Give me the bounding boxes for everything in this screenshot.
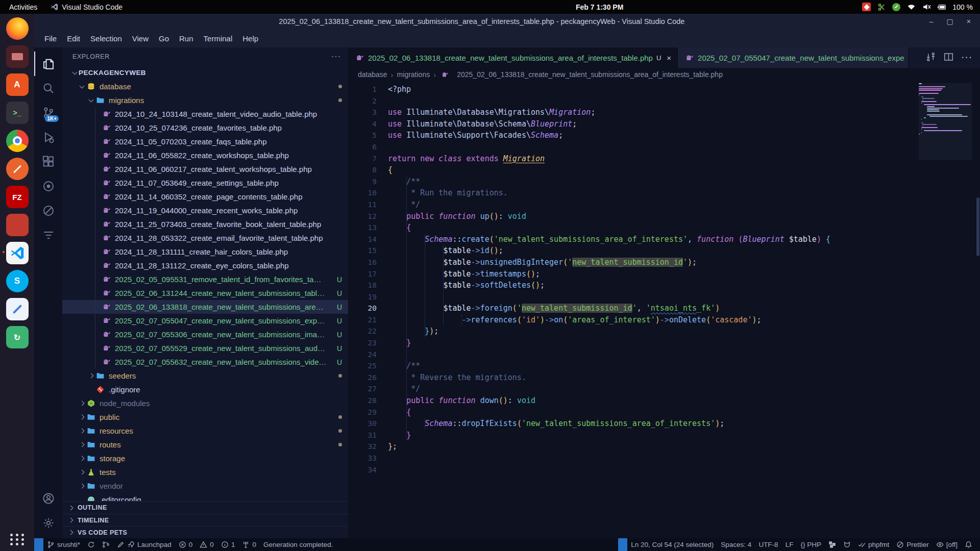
- section-vs-code-pets[interactable]: VS CODE PETS: [62, 526, 348, 538]
- encoding[interactable]: UTF-8: [755, 538, 781, 551]
- tree-item[interactable]: 2024_11_05_070203_create_faqs_table.php: [62, 135, 348, 148]
- explorer-more-actions[interactable]: ···: [331, 52, 341, 61]
- tree-item[interactable]: 2025_02_07_055632_create_new_talent_subm…: [62, 355, 348, 369]
- vscode-pets[interactable]: [840, 538, 854, 551]
- menu-edit[interactable]: Edit: [62, 32, 85, 45]
- tree-item[interactable]: seeders: [62, 369, 348, 383]
- maximize-button[interactable]: ▢: [947, 17, 953, 26]
- tree-item[interactable]: 2024_10_24_103148_create_talent_video_au…: [62, 107, 348, 121]
- tree-item[interactable]: 2025_02_07_055529_create_new_talent_subm…: [62, 341, 348, 355]
- warnings[interactable]: 0: [196, 538, 217, 551]
- tree-item[interactable]: 2024_11_28_131122_create_eye_colors_tabl…: [62, 259, 348, 272]
- tree-item[interactable]: public: [62, 410, 348, 424]
- tree-item[interactable]: .gitignore: [62, 383, 348, 396]
- tree-item[interactable]: 2024_10_25_074236_create_favorites_table…: [62, 121, 348, 135]
- tree-item[interactable]: .editorconfig: [62, 493, 348, 501]
- tree-item[interactable]: 2025_02_05_095531_remove_talent_id_from_…: [62, 272, 348, 286]
- menu-terminal[interactable]: Terminal: [199, 32, 238, 45]
- menu-run[interactable]: Run: [174, 32, 199, 45]
- screencast[interactable]: [off]: [933, 538, 961, 551]
- code-editor[interactable]: 1<?php23use Illuminate\Database\Migratio…: [348, 81, 980, 538]
- terminal-icon[interactable]: >_: [5, 101, 30, 125]
- red-app-icon[interactable]: [5, 213, 30, 237]
- section-outline[interactable]: OUTLINE: [62, 502, 348, 514]
- activities-button[interactable]: Activities: [9, 3, 37, 11]
- more-actions-icon[interactable]: ···: [962, 53, 973, 62]
- menu-help[interactable]: Help: [237, 32, 263, 45]
- scrollbar-thumb[interactable]: [976, 197, 979, 256]
- green-app-icon[interactable]: ↻: [5, 325, 30, 349]
- titlebar[interactable]: 2025_02_06_133818_create_new_talent_subm…: [34, 14, 980, 29]
- screen-recorder-icon[interactable]: [862, 3, 871, 11]
- indentation[interactable]: Spaces: 4: [717, 538, 755, 551]
- focused-app-indicator[interactable]: Visual Studio Code: [51, 3, 122, 11]
- settings-icon[interactable]: [34, 511, 62, 535]
- ports[interactable]: 0: [238, 538, 260, 551]
- tree-item[interactable]: database: [62, 80, 348, 93]
- close-button[interactable]: ×: [967, 17, 971, 26]
- tree-item[interactable]: storage: [62, 452, 348, 465]
- tree-item[interactable]: 2024_11_06_060217_create_talent_workshop…: [62, 162, 348, 176]
- tree-item[interactable]: 2024_11_19_044000_create_recent_works_ta…: [62, 204, 348, 217]
- battery-icon[interactable]: [937, 3, 946, 12]
- tab[interactable]: 2025_02_06_133818_create_new_talent_subm…: [348, 47, 678, 68]
- tree-item[interactable]: nnode_modules: [62, 396, 348, 410]
- phpfmt[interactable]: phpfmt: [854, 538, 893, 551]
- breadcrumb-item[interactable]: database: [358, 70, 387, 79]
- tree-item[interactable]: 2024_11_06_055822_create_workshops_table…: [62, 148, 348, 162]
- errors[interactable]: 0: [175, 538, 197, 551]
- source-control-icon[interactable]: 1K+: [34, 101, 62, 125]
- git-graph[interactable]: [99, 538, 113, 551]
- tree-item[interactable]: 2025_02_07_055047_create_new_talent_subm…: [62, 314, 348, 328]
- tree-item[interactable]: resources: [62, 424, 348, 438]
- database-icon[interactable]: [34, 198, 62, 223]
- tree-item[interactable]: routes: [62, 438, 348, 452]
- draw-app-icon[interactable]: [5, 297, 30, 321]
- extensions-icon[interactable]: [34, 149, 62, 174]
- network-icon[interactable]: [906, 3, 916, 12]
- menu-file[interactable]: File: [39, 32, 62, 45]
- files-app-icon[interactable]: [5, 44, 30, 69]
- prettier[interactable]: Prettier: [893, 538, 933, 551]
- tree-item[interactable]: 2024_11_28_053322_create_email_favorite_…: [62, 231, 348, 245]
- split-editor-icon[interactable]: [944, 52, 953, 64]
- chrome-icon[interactable]: [5, 129, 30, 153]
- remote[interactable]: [34, 538, 43, 551]
- generation-status[interactable]: Generation completed.: [260, 538, 337, 551]
- tree-item[interactable]: migrations: [62, 93, 348, 107]
- menu-go[interactable]: Go: [154, 32, 174, 45]
- notifications[interactable]: [961, 538, 976, 551]
- launchpad[interactable]: Launchpad: [113, 538, 175, 551]
- live-share-icon[interactable]: [34, 174, 62, 198]
- volume-muted-icon[interactable]: [922, 3, 931, 12]
- vscode-icon[interactable]: [5, 241, 30, 265]
- search-icon[interactable]: [34, 76, 62, 101]
- annotator-app-icon[interactable]: [5, 157, 30, 181]
- tree-item[interactable]: 2024_11_14_060352_create_page_contents_t…: [62, 190, 348, 204]
- run-debug-icon[interactable]: [34, 125, 62, 149]
- menu-view[interactable]: View: [127, 32, 154, 45]
- blocks-ext[interactable]: [825, 538, 840, 551]
- status-ok-icon[interactable]: ✓: [892, 3, 900, 11]
- tree-item[interactable]: 2025_02_06_133818_create_new_talent_subm…: [62, 300, 348, 314]
- explorer-icon[interactable]: [34, 52, 62, 76]
- minimize-button[interactable]: –: [929, 17, 934, 26]
- tree-item[interactable]: 2025_02_06_131244_create_new_talent_subm…: [62, 286, 348, 300]
- cursor-position[interactable]: Ln 20, Col 54 (24 selected): [627, 538, 717, 551]
- skype-icon[interactable]: S: [5, 269, 30, 293]
- filter-icon[interactable]: [34, 223, 62, 247]
- accounts-icon[interactable]: [34, 486, 62, 511]
- section-timeline[interactable]: TIMELINE: [62, 514, 348, 526]
- show-applications-icon[interactable]: [10, 532, 25, 547]
- git-sync[interactable]: [84, 538, 99, 551]
- breadcrumb-item[interactable]: migrations: [397, 70, 430, 79]
- zoom-indicator[interactable]: [618, 538, 627, 551]
- tree-item[interactable]: 2024_11_28_131111_create_hair_colors_tab…: [62, 245, 348, 259]
- tree-item[interactable]: 2024_11_07_053649_create_settings_table.…: [62, 176, 348, 190]
- eol[interactable]: LF: [782, 538, 797, 551]
- minimap[interactable]: [919, 83, 972, 538]
- git-branch[interactable]: srushti*: [43, 538, 84, 551]
- tree-item[interactable]: 2024_11_25_073403_create_favorite_book_t…: [62, 217, 348, 231]
- close-tab-icon[interactable]: ×: [667, 54, 671, 62]
- breadcrumb-file[interactable]: 2025_02_06_133818_create_new_talent_subm…: [457, 70, 723, 79]
